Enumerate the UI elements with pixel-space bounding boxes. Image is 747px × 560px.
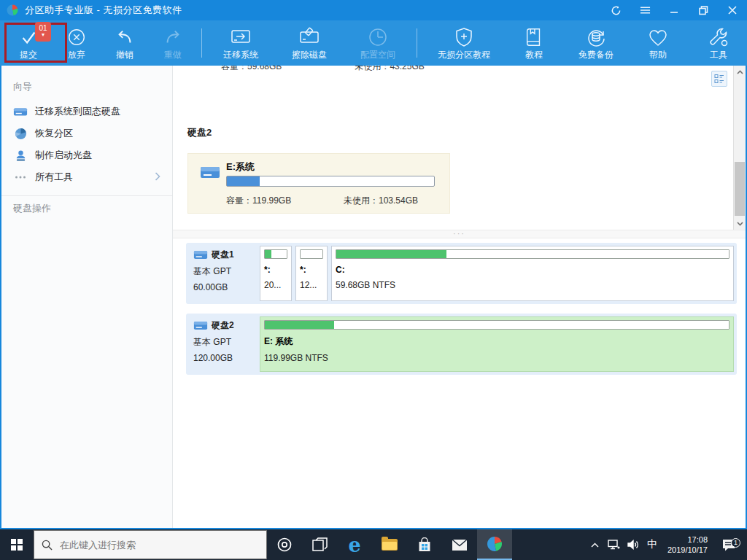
search-input[interactable]	[60, 540, 235, 551]
sidebar-item-all-tools[interactable]: 所有工具	[1, 166, 172, 188]
usage-bar	[336, 249, 729, 259]
edge-button[interactable]: e	[337, 529, 372, 560]
discard-icon	[66, 26, 87, 49]
restore-button[interactable]	[689, 0, 718, 20]
partition-label: C:	[336, 265, 729, 275]
tray-chevron-up-icon[interactable]	[586, 542, 605, 548]
view-toggle-icon[interactable]	[711, 71, 727, 87]
migrate-system-label: 迁移系统	[223, 49, 258, 61]
heart-icon	[647, 26, 669, 49]
free-backup-label: 免费备份	[578, 49, 614, 61]
cortana-icon	[276, 537, 293, 553]
action-center-button[interactable]: 1	[713, 538, 744, 552]
tools-button[interactable]: 工具	[694, 23, 743, 63]
volume-icon[interactable]	[624, 540, 643, 550]
disk-list: 硬盘1 基本 GPT 60.00GB *: 20... *:	[173, 238, 746, 528]
pending-operations-badge: 01▾	[35, 22, 51, 42]
free-backup-button[interactable]: 免费备份	[562, 23, 630, 63]
allocate-space-button: 配置空间	[344, 23, 412, 63]
tray-clock[interactable]: 17:08 2019/10/17	[662, 534, 713, 555]
shield-plus-icon	[453, 26, 475, 49]
disk-row-1: 硬盘1 基本 GPT 60.00GB *: 20... *:	[186, 243, 737, 304]
pie-icon	[13, 127, 28, 140]
store-button[interactable]	[407, 529, 442, 560]
partition-label: *:	[264, 265, 287, 275]
menu-icon[interactable]	[630, 0, 659, 20]
more-dots-icon	[13, 171, 28, 184]
network-icon[interactable]	[605, 540, 624, 550]
clipped-stats-row: 容量：59.68GB 未使用：43.25GB	[221, 66, 571, 73]
disk-row-2: 硬盘2 基本 GPT 120.00GB E: 系统 119.99GB NTFS	[186, 314, 737, 375]
scroll-up-icon[interactable]	[734, 66, 746, 78]
partition-assistant-taskbar-button[interactable]	[477, 529, 512, 560]
cortana-button[interactable]	[267, 529, 302, 560]
partition-block-e[interactable]: E: 系统 119.99GB NTFS	[260, 316, 734, 372]
sidebar: 向导 迁移系统到固态硬盘 恢复分区 制作启动光盘	[1, 66, 173, 528]
badge-arrow-icon: ▾	[35, 32, 51, 38]
app-logo-icon	[6, 4, 19, 17]
drive-icon	[13, 105, 28, 118]
partition-name: E:系统	[226, 160, 255, 174]
help-button[interactable]: 帮助	[630, 23, 686, 63]
usage-bar	[264, 320, 729, 330]
toolbar-separator	[201, 28, 202, 58]
wipe-disk-label: 擦除磁盘	[292, 49, 327, 61]
minimize-button[interactable]	[659, 0, 689, 20]
ime-indicator[interactable]: 中	[643, 538, 662, 551]
store-icon	[417, 537, 432, 553]
sidebar-item-make-bootable-disc[interactable]: 制作启动光盘	[1, 144, 172, 166]
partition-size: 59.68GB NTFS	[336, 280, 729, 290]
mail-button[interactable]	[442, 529, 477, 560]
windows-taskbar: e 中 17:08 2019/10/17 1	[0, 529, 747, 560]
redo-button: 重做	[149, 23, 197, 63]
file-explorer-icon	[382, 539, 398, 551]
task-view-button[interactable]	[302, 529, 337, 560]
drive-icon	[193, 249, 208, 260]
start-button[interactable]	[0, 529, 34, 560]
unused-text: 未使用：43.25GB	[355, 66, 424, 73]
lossless-tutorial-label: 无损分区教程	[438, 49, 490, 61]
close-button[interactable]	[718, 0, 747, 20]
boot-disc-icon	[13, 149, 28, 162]
disk1-info[interactable]: 硬盘1 基本 GPT 60.00GB	[189, 246, 260, 301]
refresh-icon[interactable]	[601, 0, 630, 20]
discard-button[interactable]: 放弃	[53, 23, 101, 63]
tray-date: 2019/10/17	[667, 545, 708, 555]
usage-bar	[226, 176, 435, 187]
vertical-scrollbar[interactable]	[733, 66, 746, 230]
lossless-partition-tutorial-button[interactable]: 无损分区教程	[422, 23, 506, 63]
disk-type: 基本 GPT	[193, 336, 255, 349]
partition-block-c[interactable]: C: 59.68GB NTFS	[331, 246, 734, 301]
partition-block-2[interactable]: *: 12...	[295, 246, 328, 301]
panel-splitter[interactable]: ···	[173, 230, 746, 238]
taskbar-search[interactable]	[34, 530, 267, 559]
submit-button[interactable]: 01▾ 提交	[4, 23, 53, 63]
redo-label: 重做	[164, 49, 182, 61]
disk-name: 硬盘1	[212, 249, 234, 261]
file-explorer-button[interactable]	[372, 529, 407, 560]
drive-icon	[200, 164, 220, 183]
mail-icon	[452, 539, 468, 551]
partition-block-1[interactable]: *: 20...	[260, 246, 292, 301]
main-area: 向导 迁移系统到固态硬盘 恢复分区 制作启动光盘	[0, 66, 747, 529]
tutorial-button[interactable]: 教程	[506, 23, 562, 63]
scrollbar-thumb[interactable]	[735, 162, 745, 216]
migrate-system-button[interactable]: 迁移系统	[206, 23, 275, 63]
disk2-info[interactable]: 硬盘2 基本 GPT 120.00GB	[189, 316, 260, 372]
partition-e-panel[interactable]: E:系统 容量：119.99GB 未使用：103.54GB	[187, 153, 450, 214]
undo-button[interactable]: 撤销	[101, 23, 149, 63]
undo-icon	[115, 26, 135, 49]
disk2-heading: 硬盘2	[187, 126, 212, 139]
wipe-disk-button[interactable]: 擦除磁盘	[275, 23, 344, 63]
sidebar-item-recover-partition[interactable]: 恢复分区	[1, 122, 172, 144]
toolbar: 01▾ 提交 放弃 撤销 重做	[0, 20, 747, 66]
partition-strip: *: 20... *: 12... C: 59.68GB NTFS	[260, 246, 734, 301]
backup-icon	[585, 26, 607, 49]
scroll-down-icon[interactable]	[734, 217, 746, 230]
sidebar-item-migrate-to-ssd[interactable]: 迁移系统到固态硬盘	[1, 101, 172, 122]
task-view-icon	[312, 537, 328, 553]
edge-icon: e	[348, 534, 360, 556]
discard-label: 放弃	[68, 49, 85, 61]
sidebar-item-label: 恢复分区	[35, 127, 73, 140]
toolbar-separator	[417, 28, 417, 58]
